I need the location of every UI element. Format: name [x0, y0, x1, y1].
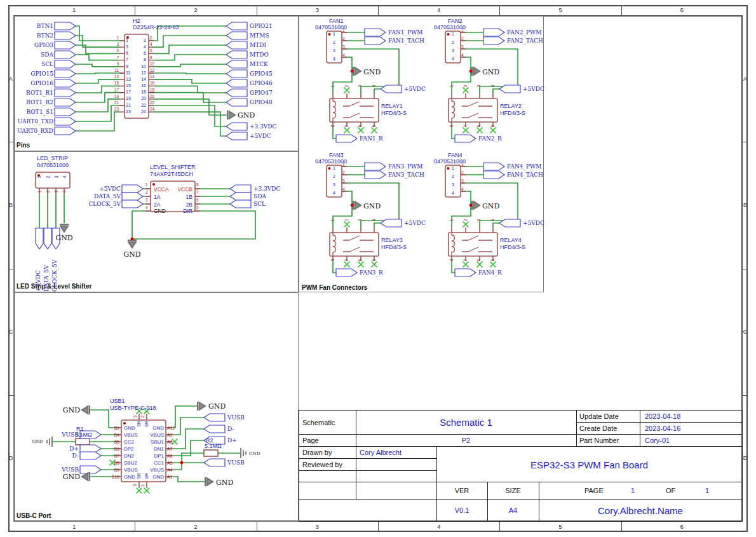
pin-number: 2	[46, 191, 50, 193]
net-label[interactable]: GPIO16	[14, 79, 53, 88]
fan-units: FAN1 0470531000 1 2 3 4 1 2 3 4 FAN1_PWM…	[299, 17, 543, 292]
net-label[interactable]: GPIO48	[250, 98, 294, 107]
fan-circuit-unit[interactable]: FAN3 0470531000 1 2 3 4 1 2 3 4 FAN3_PWM…	[315, 152, 436, 282]
pin-number: 14	[137, 76, 146, 83]
net-label-fan-out[interactable]: FAN1_R	[360, 135, 383, 142]
net-label-dplus[interactable]: D+	[51, 445, 79, 452]
shield-pin-name: SH	[144, 421, 149, 427]
net-label-fan-out[interactable]: FAN2_R	[478, 135, 502, 142]
pin-number: 6	[477, 125, 482, 128]
net-label-dplus[interactable]: D+	[227, 437, 237, 444]
net-label[interactable]: BTN2	[14, 31, 53, 41]
page-number[interactable]: 1	[631, 487, 635, 494]
ic-pin-name: 1A	[154, 194, 160, 200]
gnd-label: GND	[53, 234, 76, 242]
page-word: PAGE	[584, 487, 604, 494]
drawn-by-value[interactable]: Cory Albrecht	[360, 449, 402, 456]
net-label[interactable]: BTN1	[14, 22, 53, 31]
net-label-dminus[interactable]: D-	[51, 452, 79, 459]
pin-number: 6	[137, 50, 146, 57]
net-label[interactable]: MTCK	[250, 60, 294, 69]
section-label-usb: USB-C Port	[17, 512, 51, 519]
shield-pin-name: SH	[137, 473, 141, 479]
net-label-tach[interactable]: FAN2_TACH	[507, 37, 543, 44]
gnd-symbol	[128, 240, 137, 248]
net-label-5v[interactable]: +5VDC	[404, 220, 426, 226]
net-label-5v[interactable]: +5VDC	[404, 86, 426, 92]
net-label-tach[interactable]: FAN1_TACH	[388, 37, 424, 44]
net-label-tach[interactable]: FAN4_TACH	[507, 172, 543, 178]
fan-circuit-unit[interactable]: FAN1 0470531000 1 2 3 4 1 2 3 4 FAN1_PWM…	[315, 18, 436, 148]
net-label[interactable]: GPIO45	[250, 69, 294, 79]
net-label-vusb[interactable]: VUSB	[51, 466, 79, 473]
pin-designator: A4	[167, 466, 185, 473]
net-label[interactable]: UART0_TXD	[14, 117, 53, 126]
ic-pin-name: GND	[154, 208, 166, 214]
led-strip-pin-numbers-outer: 1234	[36, 189, 69, 194]
relay-refdes: RELAY3	[381, 237, 403, 243]
net-label-fan-out[interactable]: FAN3_R	[360, 269, 383, 276]
relay[interactable]	[330, 233, 379, 256]
net-label-5v[interactable]: +5VDC	[523, 86, 544, 92]
net-label-tach[interactable]: FAN3_TACH	[388, 172, 424, 178]
ruler-col-number: 4	[378, 522, 499, 532]
pin-designator: B4	[102, 432, 119, 438]
net-label[interactable]: SDA	[14, 50, 53, 60]
net-label[interactable]: SDA	[253, 193, 266, 200]
resistor-r1[interactable]	[76, 438, 90, 445]
net-label-dminus[interactable]: D-	[227, 426, 234, 432]
page-value[interactable]: P2	[356, 437, 576, 444]
net-label[interactable]: GPIO15	[14, 69, 53, 79]
net-label[interactable]: DATA_5V	[74, 193, 121, 200]
update-date-value[interactable]: 2023-04-18	[645, 412, 680, 420]
net-label[interactable]: GPIO46	[250, 79, 294, 88]
shield-pin-name: SH	[144, 473, 149, 479]
size-value[interactable]: A4	[487, 506, 539, 514]
net-label-vusb[interactable]: VUSB	[227, 459, 245, 466]
net-label[interactable]: ROT1_R2	[14, 98, 53, 107]
resistor-r2[interactable]	[204, 450, 218, 456]
net-label-vusb[interactable]: VUSB	[227, 414, 245, 421]
net-label-pwm[interactable]: FAN4_PWM	[507, 163, 542, 170]
relay[interactable]	[449, 233, 497, 256]
h2-pin-numbers-even-inner: 24681012141618202224	[137, 37, 146, 115]
create-date-value[interactable]: 2023-04-16	[645, 425, 680, 432]
net-label[interactable]: MTDO	[250, 50, 294, 60]
net-label[interactable]: GPIO47	[250, 88, 294, 98]
fan-circuit-unit[interactable]: FAN2 0470531000 1 2 3 4 1 2 3 4 FAN2_PWM…	[434, 18, 555, 148]
ver-value[interactable]: V0.1	[436, 506, 487, 514]
net-label[interactable]: ROT1_S1	[14, 107, 53, 117]
net-label[interactable]: SCL	[14, 60, 53, 69]
pin-number: 18	[150, 87, 156, 93]
net-label[interactable]: MTMS	[250, 31, 294, 41]
ruler-row-letter: D	[8, 395, 13, 522]
fan-circuit-unit[interactable]: FAN4 0470531000 1 2 3 4 1 2 3 4 FAN4_PWM…	[434, 152, 555, 282]
net-label[interactable]: CLOCK_5V	[74, 201, 121, 207]
net-label[interactable]: UART0_RXD	[14, 126, 53, 136]
ruler-row-letter: A	[743, 15, 748, 142]
schematic-name[interactable]: Schematic 1	[356, 417, 576, 428]
relay[interactable]	[449, 99, 497, 122]
net-label-pwm[interactable]: FAN3_PWM	[388, 163, 423, 170]
net-label-5v[interactable]: +5VDC	[523, 220, 544, 226]
led-strip-refdes: LED_STRIP	[37, 155, 68, 161]
net-label-pwm[interactable]: FAN2_PWM	[507, 29, 542, 36]
net-label-fan-out[interactable]: FAN4_R	[478, 269, 502, 276]
net-label[interactable]: ROT1_R1	[14, 88, 53, 98]
author-name[interactable]: Cory.Albrecht.Name	[539, 505, 742, 516]
net-label[interactable]: MTDI	[250, 41, 294, 50]
net-label[interactable]: +3.3VDC	[253, 186, 280, 192]
pin-number: 2	[46, 176, 50, 179]
net-label[interactable]: SCL	[253, 201, 266, 207]
net-label[interactable]: GPIO21	[250, 22, 294, 31]
net-label-3v3[interactable]: +3.3VDC	[250, 123, 276, 130]
net-label-5v[interactable]: +5VDC	[250, 133, 271, 139]
page-total[interactable]: 1	[705, 487, 709, 494]
relay[interactable]	[330, 99, 379, 122]
net-label-pwm[interactable]: FAN1_PWM	[388, 29, 423, 36]
pin-designator: B7	[102, 452, 119, 459]
net-label[interactable]: +5VDC	[74, 186, 121, 192]
pin-number: 20	[150, 93, 156, 100]
part-number-value[interactable]: Cory-01	[645, 437, 670, 444]
net-label[interactable]: GPIO3	[14, 41, 53, 50]
